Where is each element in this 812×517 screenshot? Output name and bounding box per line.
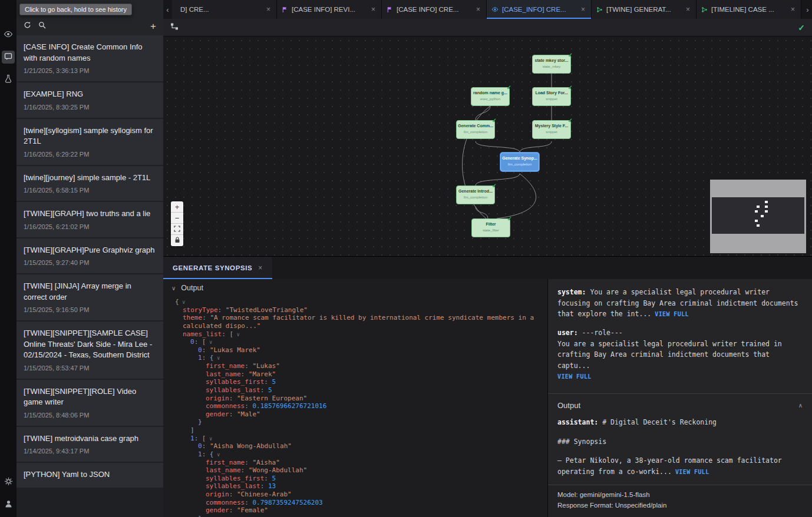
close-icon[interactable]: × bbox=[580, 5, 586, 14]
layout-icon[interactable] bbox=[170, 22, 179, 33]
json-line: syllables_last: 5 bbox=[168, 386, 542, 395]
gear-icon bbox=[4, 477, 13, 488]
node-success-check-icon: ✓ bbox=[568, 84, 573, 91]
node-generate-comm[interactable]: Generate Comm...llm_completion✓ bbox=[456, 120, 495, 139]
zoom-out-button[interactable]: − bbox=[171, 213, 183, 224]
message-role-label: assistant: bbox=[557, 418, 602, 426]
right-output-label: Output bbox=[557, 401, 580, 410]
json-line: 0: [ ∨ bbox=[168, 338, 542, 346]
settings-rail-button[interactable] bbox=[2, 476, 15, 489]
node-mystery-style-f[interactable]: Mystery Style F...snippet✓ bbox=[532, 120, 571, 139]
chevron-down-icon[interactable]: ∨ bbox=[171, 285, 176, 291]
lock-button[interactable] bbox=[171, 235, 183, 246]
json-line: origin: "Chinese-Arab" bbox=[168, 491, 542, 499]
refresh-button[interactable] bbox=[24, 21, 31, 31]
node-type: snippet bbox=[533, 97, 570, 101]
prompt-title: [PYTHON] Yaml to JSON bbox=[24, 469, 156, 480]
assistant-line: assistant: # Digital Deceit's Reckoning bbox=[557, 417, 803, 428]
close-icon[interactable]: × bbox=[475, 5, 481, 14]
node-type: snippet bbox=[533, 130, 570, 134]
messages-pane: system: You are a specialist legal proce… bbox=[548, 279, 812, 517]
node-random-name-g[interactable]: random name g...exec_python✓ bbox=[471, 87, 510, 106]
prompt-item-twine-journey-simple-sample-2t1l[interactable]: [twine][journey] simple sample - 2T1L1/1… bbox=[16, 166, 163, 201]
json-line: first_name: "Lukas" bbox=[168, 362, 542, 370]
node-generate-introd[interactable]: Generate Introd...llm_completion✓ bbox=[456, 185, 495, 204]
fit-view-button[interactable] bbox=[171, 224, 183, 235]
prompt-item-twine-metroidvania-case-graph[interactable]: [TWINE] metroidvania case graph1/14/2025… bbox=[16, 427, 163, 462]
json-line: } bbox=[168, 515, 542, 517]
refresh-icon bbox=[24, 21, 31, 31]
message-role-label: system: bbox=[557, 288, 590, 296]
flow-canvas[interactable]: + − state mkey stor...state_mkey✓random … bbox=[163, 37, 812, 256]
person-icon bbox=[4, 499, 13, 510]
node-state-mkey-stor[interactable]: state mkey stor...state_mkey✓ bbox=[532, 55, 571, 74]
prompt-title: [twine][journey] simple sample - 2T1L bbox=[24, 173, 156, 184]
view-full-link[interactable]: VIEW FULL bbox=[675, 469, 709, 475]
close-icon[interactable]: × bbox=[265, 5, 272, 14]
minimap[interactable] bbox=[710, 180, 806, 253]
close-icon[interactable]: × bbox=[258, 264, 263, 272]
prompt-timestamp: 1/14/2025, 9:43:17 PM bbox=[24, 448, 156, 455]
json-tree[interactable]: { ∨storyType: "TwistedLoveTriangle"theme… bbox=[163, 297, 547, 517]
tab-twine-generat[interactable]: [TWINE] GENERAT...× bbox=[592, 0, 697, 19]
chevron-up-icon[interactable]: ∧ bbox=[798, 402, 803, 409]
node-filter[interactable]: Filterstate_filter✓ bbox=[471, 218, 510, 237]
prompts-rail-button[interactable] bbox=[2, 51, 15, 64]
node-success-check-icon: ✓ bbox=[492, 117, 497, 124]
minimap-node bbox=[755, 210, 758, 213]
assistant-line: ### Synopsis bbox=[557, 436, 803, 448]
output-header: ∨ Output bbox=[163, 279, 547, 297]
zoom-in-button[interactable]: + bbox=[171, 201, 183, 213]
json-line: { ∨ bbox=[168, 298, 542, 306]
search-button[interactable] bbox=[38, 21, 46, 31]
prompt-item-twine-snippet-sample-case-online-threats[interactable]: [TWINE][SNIPPET][SAMPLE CASE] Online Thr… bbox=[16, 322, 163, 379]
flask-rail-button[interactable] bbox=[2, 73, 15, 86]
tab-d-cre[interactable]: D] CRE...× bbox=[172, 0, 277, 19]
node-type: state_mkey bbox=[533, 65, 570, 68]
prompt-title: [twine][syllogism] sample syllogism for … bbox=[24, 125, 156, 147]
minimap-node bbox=[765, 206, 768, 208]
tab-label: [TWINE] GENERAT... bbox=[606, 6, 681, 13]
close-icon[interactable]: × bbox=[790, 5, 796, 14]
tab-case-info-cre[interactable]: [CASE_INFO] CRE...× bbox=[487, 0, 592, 19]
prompt-item-twine-graph-two-truths-and-a-lie[interactable]: [TWINE][GRAPH] two truths and a lie1/16/… bbox=[16, 202, 163, 237]
panel-tab-label: GENERATE SYNOPSIS bbox=[173, 264, 252, 271]
visibility-rail-button[interactable] bbox=[2, 28, 15, 41]
prompt-item-example-rng[interactable]: [EXAMPLE] RNG1/16/2025, 8:30:25 PM bbox=[16, 82, 163, 118]
json-line: commonness: 0.7987359247526203 bbox=[168, 499, 542, 507]
assistant-line: — Petar Nikolov, a 38-year-old romance s… bbox=[557, 455, 803, 477]
message-user: user: ---role--- You are a specialist le… bbox=[557, 327, 803, 382]
tab-label: [TIMELINE] CASE ... bbox=[711, 6, 786, 13]
tab-bar: ‹ D] CRE...×[CASE INFO] REVI...×[CASE IN… bbox=[163, 0, 812, 19]
prompt-item-case-info-create-common-info-with-random[interactable]: [CASE INFO] Create Common Info with rand… bbox=[16, 35, 163, 81]
panel-tab-generate-synopsis[interactable]: GENERATE SYNOPSIS × bbox=[163, 257, 272, 279]
prompt-timestamp: 1/15/2025, 8:53:47 PM bbox=[24, 364, 156, 372]
prompt-item-twine-snippet-role-video-game-writer[interactable]: [TWINE][SNIPPET][ROLE] Video game writer… bbox=[16, 380, 163, 426]
tab-timeline-case[interactable]: [TIMELINE] CASE ...× bbox=[697, 0, 801, 19]
prompt-title: [TWINE][GRAPH] two truths and a lie bbox=[24, 208, 156, 220]
prompt-timestamp: 1/15/2025, 9:16:50 PM bbox=[24, 306, 156, 313]
add-prompt-button[interactable]: + bbox=[150, 21, 156, 31]
node-title: state mkey stor... bbox=[533, 58, 570, 63]
json-line: commonness: 0.18576966276721016 bbox=[168, 402, 542, 410]
flag-icon bbox=[282, 6, 288, 13]
scroll-tabs-right-icon[interactable]: › bbox=[803, 0, 812, 19]
prompt-item-twine-graph-pure-graphviz-graph[interactable]: [TWINE][GRAPH]Pure Graphviz graph1/15/20… bbox=[16, 238, 163, 274]
prompt-item-twine-syllogism-sample-syllogism-for-2t1[interactable]: [twine][syllogism] sample syllogism for … bbox=[16, 119, 163, 165]
node-load-story-for[interactable]: Load Story For...snippet✓ bbox=[532, 87, 571, 106]
node-title: Generate Comm... bbox=[457, 124, 494, 128]
scroll-tabs-left-icon[interactable]: ‹ bbox=[163, 0, 172, 19]
prompt-item-python-yaml-to-json[interactable]: [PYTHON] Yaml to JSON bbox=[16, 463, 163, 488]
prompt-item-twine-jinja-array-merge-in-correct-order[interactable]: [TWINE] [JINJA] Array merge in correct o… bbox=[16, 274, 163, 320]
message-text: ---role--- You are a specialist legal pr… bbox=[557, 329, 786, 370]
prompt-timestamp: 1/16/2025, 6:58:15 PM bbox=[24, 187, 156, 194]
tab-case-info-revi[interactable]: [CASE INFO] REVI...× bbox=[277, 0, 382, 19]
node-generate-synop[interactable]: Generate Synop...llm_completion bbox=[500, 153, 539, 171]
close-icon[interactable]: × bbox=[370, 5, 377, 14]
view-full-link[interactable]: VIEW FULL bbox=[557, 372, 592, 382]
close-icon[interactable]: × bbox=[685, 5, 691, 14]
response-format: Response Format: Unspecified/plain bbox=[557, 501, 803, 511]
view-full-link[interactable]: VIEW FULL bbox=[655, 311, 689, 317]
tab-case-info-cre[interactable]: [CASE INFO] CRE...× bbox=[382, 0, 487, 19]
account-rail-button[interactable] bbox=[2, 498, 15, 511]
